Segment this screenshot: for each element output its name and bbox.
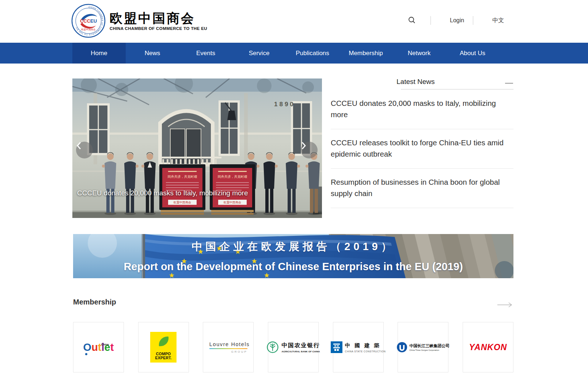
news-item[interactable]: CCCEU donates 20,000 masks to Italy, mob… (331, 90, 513, 129)
ctg-logo: 中国长江三峡集团公司 China Three Gorges Corporatio… (397, 342, 449, 353)
news-item[interactable]: Resumption of businesses in China boon f… (331, 169, 513, 208)
svg-text:CCCEU: CCCEU (80, 18, 97, 24)
nav-item-home[interactable]: Home (72, 43, 126, 64)
membership-title: Membership (73, 298, 513, 306)
report-title-english: Report on the Development of Chinese Ent… (73, 261, 513, 273)
member-card-china-state-construction[interactable]: 中 國 建 築 CHINA STATE CONSTRUCTION (333, 322, 384, 372)
membership-logo-row: Outlet China COMPO EXPERT. Louvre Hotels (73, 322, 513, 372)
latest-news-rule (401, 89, 513, 89)
compo-expert-logo: COMPO EXPERT. (150, 332, 177, 363)
ctg-dam-icon (397, 342, 407, 353)
svg-text:欧盟中国商会: 欧盟中国商会 (81, 28, 96, 31)
csc-logo: 中 國 建 築 CHINA STATE CONSTRUCTION (331, 341, 386, 353)
report-banner[interactable]: 中国企业在欧发展报告（2019） Report on the Developme… (73, 234, 513, 278)
svg-text:1890: 1890 (274, 101, 295, 108)
abc-wheat-icon (266, 341, 279, 353)
nav-item-news[interactable]: News (126, 43, 179, 64)
outlet-logo: Outlet China (83, 342, 114, 353)
latest-news-title: Latest News (397, 78, 435, 86)
svg-text:欧盟中国商会: 欧盟中国商会 (174, 201, 191, 204)
chevron-left-icon (76, 142, 82, 150)
carousel-prev-button[interactable] (76, 142, 93, 158)
search-button[interactable] (406, 15, 417, 27)
compo-leaf-icon (157, 335, 170, 350)
org-name-chinese: 欧盟中国商会 (110, 11, 207, 25)
member-card-agricultural-bank-of-china[interactable]: 中国农业银行 AGRICULTURAL BANK OF CHINA (268, 322, 319, 372)
nav-item-network[interactable]: Network (392, 43, 446, 64)
carousel-next-button[interactable] (301, 142, 318, 158)
outlet-dot (85, 353, 87, 355)
site-header: CHINA CHAMBER OF COMMERCE TO THE EU CCCE… (0, 0, 588, 43)
membership-more-arrow-icon[interactable] (497, 302, 513, 307)
member-card-china-three-gorges[interactable]: 中国长江三峡集团公司 China Three Gorges Corporatio… (398, 322, 448, 372)
header-divider (473, 16, 473, 25)
chevron-right-icon (301, 142, 307, 150)
abc-logo: 中国农业银行 AGRICULTURAL BANK OF CHINA (266, 341, 320, 353)
svg-text:同舟共济，共克时艰: 同舟共济，共克时艰 (168, 175, 197, 179)
member-card-louvre-hotels[interactable]: Louvre Hotels GROUP (203, 322, 254, 372)
member-card-outlet-china[interactable]: Outlet China (73, 322, 124, 372)
nav-item-membership[interactable]: Membership (339, 43, 392, 64)
nav-item-events[interactable]: Events (179, 43, 232, 64)
main-nav: Home News Events Service Publications Me… (0, 43, 588, 64)
latest-news-list: CCCEU donates 20,000 masks to Italy, mob… (331, 90, 513, 208)
svg-text:同舟共济，共克时艰: 同舟共济，共克时艰 (218, 175, 247, 179)
louvre-gradient-rule (209, 348, 247, 349)
svg-text:欧盟中国商会: 欧盟中国商会 (224, 201, 241, 204)
latest-news-more-dash[interactable] (505, 83, 513, 84)
member-card-yankon[interactable]: YANKON (463, 322, 513, 372)
news-item[interactable]: CCCEU releases toolkit to forge China-EU… (331, 129, 513, 169)
louvre-hotels-logo: Louvre Hotels GROUP (209, 341, 247, 353)
ccceu-homepage: CHINA CHAMBER OF COMMERCE TO THE EU CCCE… (0, 0, 588, 387)
org-names: 欧盟中国商会 CHINA CHAMBER OF COMMERCE TO THE … (110, 11, 207, 31)
latest-news-header: Latest News (331, 77, 513, 90)
nav-item-publications[interactable]: Publications (286, 43, 339, 64)
site-logo[interactable]: CHINA CHAMBER OF COMMERCE TO THE EU CCCE… (71, 3, 207, 39)
csc-seal-icon (331, 341, 342, 353)
hero-carousel-slide[interactable]: 1890 (72, 78, 322, 218)
carousel-caption: CCCEU donates 20,000 masks to Italy, mob… (77, 189, 248, 197)
outlet-china-superscript: China (101, 339, 109, 350)
login-link[interactable]: Login (450, 17, 464, 24)
nav-item-service[interactable]: Service (232, 43, 286, 64)
report-title-chinese: 中国企业在欧发展报告（2019） (73, 240, 513, 254)
latest-news-panel: Latest News CCCEU donates 20,000 masks t… (331, 77, 513, 208)
member-card-compo-expert[interactable]: COMPO EXPERT. (138, 322, 189, 372)
language-switch-link[interactable]: 中文 (492, 17, 504, 24)
header-utility-bar: Login 中文 (406, 0, 504, 41)
membership-section-header: Membership (73, 298, 513, 311)
search-icon (408, 16, 416, 24)
ccceu-logo-icon: CHINA CHAMBER OF COMMERCE TO THE EU CCCE… (71, 3, 106, 38)
org-name-english: CHINA CHAMBER OF COMMERCE TO THE EU (110, 26, 207, 31)
header-divider (430, 16, 431, 25)
nav-item-about-us[interactable]: About Us (446, 43, 499, 64)
yankon-logo: YANKON (469, 342, 507, 352)
